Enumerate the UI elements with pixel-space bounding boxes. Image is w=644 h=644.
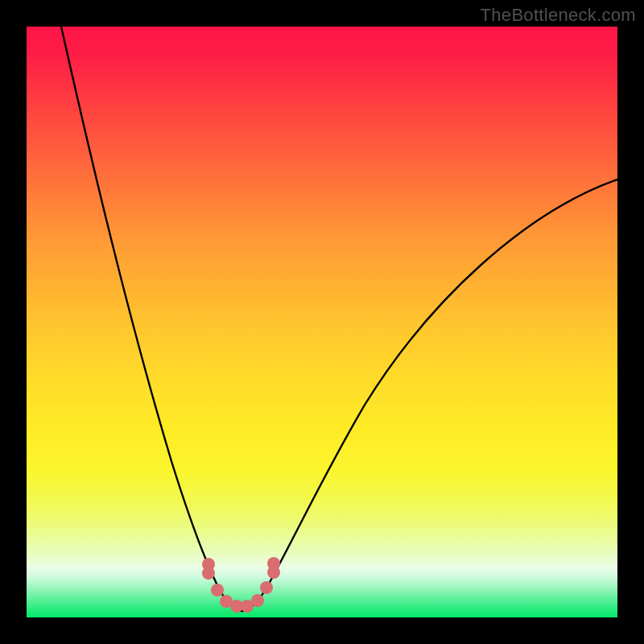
bottleneck-curve-right [242,180,617,611]
dot [260,581,273,594]
curve-layer [27,27,617,617]
dot [251,594,264,607]
bottleneck-curve-left [61,27,242,611]
watermark-text: TheBottleneck.com [481,5,636,26]
dot [202,567,215,580]
chart-area [27,27,617,617]
bottom-dots [202,557,280,613]
dot [211,584,224,597]
dot [267,557,280,570]
